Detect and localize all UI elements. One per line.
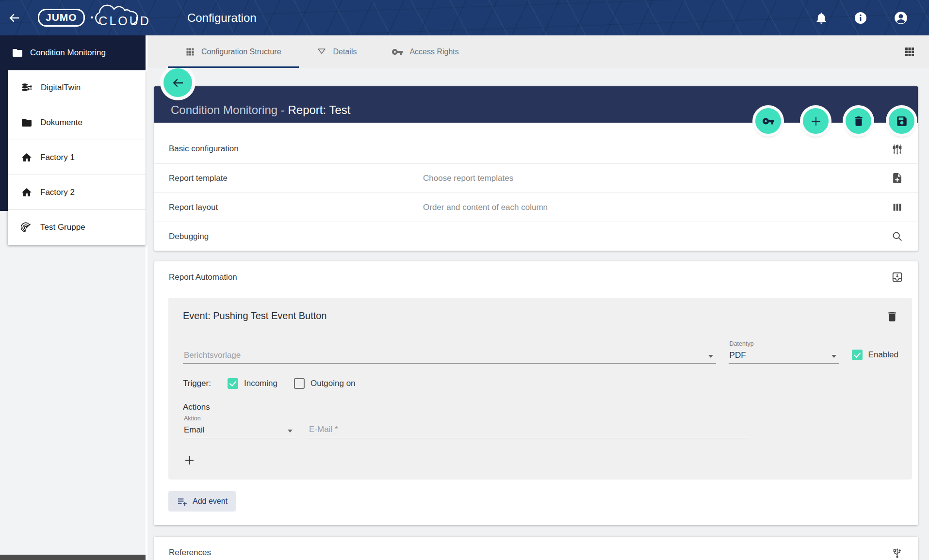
- sidebar-item-label: Condition Monitoring: [30, 48, 106, 58]
- apps-grid-icon: [904, 46, 915, 58]
- access-rights-fab[interactable]: [755, 108, 781, 134]
- notifications-button[interactable]: [815, 11, 828, 25]
- detail-title-prefix: Condition Monitoring -: [171, 103, 288, 116]
- sidebar-item-label: Test Gruppe: [40, 223, 85, 232]
- sidebar-item-dokumente[interactable]: Dokumente: [8, 105, 146, 140]
- delete-fab[interactable]: [846, 108, 871, 134]
- row-report-layout[interactable]: Report layout Order and content of each …: [154, 192, 918, 222]
- incoming-checkbox[interactable]: [228, 378, 238, 389]
- info-button[interactable]: [853, 11, 868, 25]
- trash-icon: [886, 310, 898, 323]
- jumo-cloud-logo: JUMO · CLOUD: [38, 7, 151, 28]
- folder-icon: [21, 117, 33, 128]
- row-label: Report template: [169, 174, 423, 183]
- email-input[interactable]: [308, 423, 747, 438]
- header-back-button[interactable]: [0, 11, 29, 25]
- select-value: Email: [184, 425, 205, 434]
- aktion-group: Aktion Email: [183, 415, 295, 438]
- usb-icon[interactable]: [891, 547, 903, 559]
- add-action-button[interactable]: [183, 454, 196, 467]
- folder-icon: [12, 47, 23, 59]
- sidebar-item-digitaltwin[interactable]: DigitalTwin: [8, 70, 146, 105]
- outgoing-checkbox-group[interactable]: Outgoing on: [294, 378, 356, 389]
- sidebar-item-label: Factory 2: [40, 188, 75, 197]
- account-button[interactable]: [893, 10, 909, 26]
- enabled-checkbox-group[interactable]: Enabled: [852, 350, 898, 364]
- enabled-checkbox[interactable]: [852, 350, 863, 360]
- aktion-select[interactable]: Email: [183, 423, 295, 438]
- sidebar-item-condition-monitoring[interactable]: Condition Monitoring: [0, 35, 146, 70]
- add-event-button[interactable]: Add event: [168, 491, 236, 512]
- event-card: Event: Pushing Test Event Button Bericht…: [168, 298, 912, 480]
- content-area: Condition Monitoring - Report: Test: [147, 68, 929, 560]
- key-icon: [762, 115, 775, 128]
- row-label: Basic configuration: [169, 144, 423, 154]
- detail-title: Condition Monitoring - Report: Test: [171, 103, 350, 117]
- back-arrow-icon: [171, 76, 185, 90]
- tab-details[interactable]: Details: [299, 35, 375, 68]
- sidebar-bottom-bar: [0, 555, 146, 560]
- datentyp-group: Datentyp PDF: [729, 340, 839, 364]
- row-label: Report layout: [169, 203, 423, 212]
- target-arrow-icon: [21, 222, 33, 233]
- app-window: JUMO · CLOUD Configuration: [0, 0, 929, 560]
- sidebar-item-factory-1[interactable]: Factory 1: [8, 140, 146, 175]
- filter-funnel-icon: [316, 47, 327, 57]
- jumo-logo-pill: JUMO: [38, 9, 85, 27]
- plus-icon: [183, 454, 196, 467]
- detail-banner: Condition Monitoring - Report: Test: [154, 86, 918, 123]
- row-label: References: [169, 548, 423, 558]
- info-icon: [853, 11, 868, 25]
- select-value: PDF: [730, 351, 746, 360]
- tab-label: Access Rights: [409, 48, 458, 56]
- references-card: References: [154, 537, 918, 560]
- sidebar-item-test-gruppe[interactable]: Test Gruppe: [8, 210, 146, 245]
- grid-icon: [185, 47, 195, 57]
- incoming-checkbox-group[interactable]: Incoming: [228, 378, 277, 389]
- delete-event-button[interactable]: [886, 310, 898, 323]
- report-template-select[interactable]: Berichtsvorlage: [183, 349, 716, 364]
- row-hint: Order and content of each column: [423, 203, 548, 212]
- apps-grid-button[interactable]: [904, 46, 915, 58]
- datentyp-label: Datentyp: [729, 340, 839, 347]
- row-debugging[interactable]: Debugging: [154, 222, 918, 251]
- bell-icon: [815, 11, 828, 25]
- file-add-icon[interactable]: [891, 172, 903, 184]
- home-icon: [21, 187, 33, 198]
- tab-access-rights[interactable]: Access Rights: [374, 35, 476, 68]
- plus-icon: [809, 114, 823, 128]
- chevron-down-icon: [831, 355, 836, 358]
- actions-label: Actions: [183, 402, 898, 412]
- app-header: JUMO · CLOUD Configuration: [0, 0, 929, 35]
- search-icon[interactable]: [891, 230, 903, 242]
- home-icon: [21, 152, 33, 163]
- row-hint: Choose report templates: [423, 174, 513, 183]
- columns-icon[interactable]: [891, 201, 903, 213]
- row-basic-configuration[interactable]: Basic configuration: [154, 134, 918, 163]
- chevron-down-icon: [708, 355, 713, 358]
- outgoing-checkbox[interactable]: [294, 378, 305, 389]
- trigger-label: Trigger:: [183, 379, 211, 388]
- select-placeholder: Berichtsvorlage: [184, 351, 241, 360]
- cloud-outline-icon: [94, 1, 154, 26]
- digital-twin-icon: [21, 82, 33, 94]
- back-arrow-icon: [8, 11, 21, 25]
- tab-configuration-structure[interactable]: Configuration Structure: [168, 35, 299, 68]
- row-references[interactable]: References: [154, 537, 918, 560]
- back-fab-button[interactable]: [163, 68, 192, 97]
- move-to-inbox-icon[interactable]: [891, 271, 903, 283]
- add-fab[interactable]: [803, 108, 829, 134]
- tune-sliders-icon[interactable]: [891, 143, 903, 155]
- header-actions: [815, 10, 929, 26]
- aktion-label: Aktion: [183, 415, 295, 422]
- event-title: Event: Pushing Test Event Button: [183, 310, 326, 321]
- sidebar-item-factory-2[interactable]: Factory 2: [8, 175, 146, 210]
- save-icon: [896, 115, 908, 128]
- row-report-template[interactable]: Report template Choose report templates: [154, 163, 918, 192]
- datentyp-select[interactable]: PDF: [729, 349, 839, 364]
- action-row: Aktion Email: [183, 415, 898, 438]
- tab-label: Details: [333, 48, 357, 56]
- save-fab[interactable]: [889, 108, 914, 134]
- sidebar-item-label: Factory 1: [40, 153, 75, 162]
- main-area: Configuration Structure Details Access R…: [146, 35, 929, 560]
